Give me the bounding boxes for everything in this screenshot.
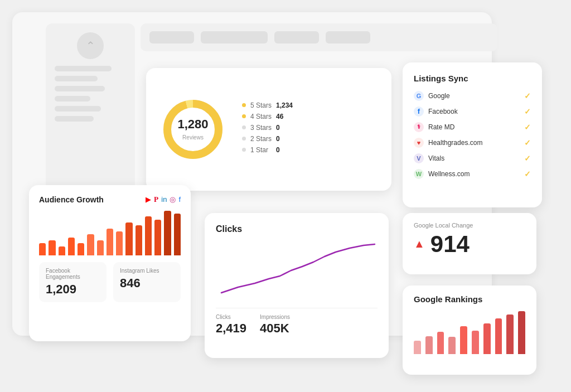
google-change-card: Google Local Change ▲ 914 (403, 213, 536, 274)
r-bar-2 (425, 336, 433, 354)
main-container: ⌃ 1,280 Reviews (12, 12, 559, 380)
facebook-social-icon: f (178, 195, 181, 204)
triangle-up-icon: ▲ (414, 238, 425, 250)
rankings-bar-chart (414, 309, 525, 354)
star-row-4: 4 Stars 46 (242, 113, 378, 120)
reviews-card: 1,280 Reviews 5 Stars 1,234 4 Stars 46 3… (146, 68, 391, 191)
clicks-title: Clicks (216, 224, 378, 234)
instagram-likes-box: Instagram Likes 846 (113, 262, 181, 302)
audience-bar-chart (39, 211, 181, 255)
bar-11 (136, 225, 142, 255)
clicks-stat-clicks-value: 2,419 (216, 321, 246, 336)
bar-2 (49, 240, 55, 255)
label-3stars: 3 Stars (250, 124, 272, 132)
healthgrades-icon: ♥ (414, 138, 424, 148)
dot-3stars (242, 125, 246, 129)
r-bar-8 (495, 318, 502, 354)
linkedin-icon: in (161, 195, 167, 204)
instagram-icon: ◎ (170, 195, 176, 204)
bar-12 (145, 216, 152, 255)
youtube-icon: ▶ (146, 195, 151, 204)
sidebar-line-4 (55, 96, 90, 101)
listing-name-wellness: Wellness.com (428, 170, 470, 178)
dot-4stars (242, 114, 246, 118)
r-bar-3 (437, 332, 444, 354)
clicks-stats: Clicks 2,419 Impressions 405K (216, 308, 378, 336)
nav-pill-2 (201, 31, 268, 43)
star-row-2: 2 Stars 0 (242, 135, 378, 143)
instagram-likes-label: Instagram Likes (120, 268, 174, 274)
facebook-engagements-label: Facebook Engagements (46, 268, 100, 280)
r-bar-5 (460, 326, 467, 354)
vitals-icon: V (414, 153, 424, 163)
value-1star: 0 (276, 146, 289, 154)
audience-header: Audience Growth ▶ 𝐏 in ◎ f (39, 195, 181, 204)
value-2stars: 0 (276, 135, 289, 143)
pinterest-icon: 𝐏 (154, 195, 158, 204)
change-value-row: ▲ 914 (414, 231, 525, 258)
donut-center: 1,280 Reviews (177, 117, 208, 142)
label-2stars: 2 Stars (250, 135, 272, 143)
check-ratemd: ✓ (524, 123, 531, 132)
r-bar-1 (414, 341, 421, 354)
label-5stars: 5 Stars (250, 101, 272, 109)
bar-4 (68, 238, 75, 255)
value-5stars: 1,234 (276, 101, 293, 109)
listing-row-google: G Google ✓ (414, 91, 531, 101)
listing-row-vitals: V Vitals ✓ (414, 153, 531, 163)
bar-8 (107, 229, 113, 255)
check-vitals: ✓ (524, 154, 531, 163)
google-icon: G (414, 91, 424, 101)
bar-15 (174, 214, 181, 255)
value-3stars: 0 (276, 124, 289, 132)
dot-1star (242, 148, 246, 152)
reviews-label: Reviews (182, 134, 204, 141)
audience-title: Audience Growth (39, 195, 104, 204)
check-healthgrades: ✓ (524, 138, 531, 147)
sidebar-line-3 (55, 86, 105, 91)
clicks-stat-impressions-value: 405K (260, 321, 290, 336)
listing-name-vitals: Vitals (428, 154, 444, 162)
line-chart (216, 240, 378, 301)
star-row-1: 1 Star 0 (242, 146, 378, 154)
donut-chart: 1,280 Reviews (159, 96, 226, 163)
google-rankings-card: Google Rankings (403, 285, 536, 375)
rankings-title: Google Rankings (414, 294, 525, 304)
check-wellness: ✓ (524, 170, 531, 178)
google-change-label: Google Local Change (414, 222, 525, 229)
listings-title: Listings Sync (414, 74, 531, 83)
bar-3 (59, 246, 65, 255)
instagram-likes-value: 846 (120, 276, 174, 291)
bar-13 (154, 220, 161, 255)
facebook-engagements-box: Facebook Engagements 1,209 (39, 262, 107, 302)
label-4stars: 4 Stars (250, 113, 272, 120)
bar-7 (97, 240, 104, 255)
check-facebook: ✓ (524, 107, 531, 116)
facebook-icon: f (414, 107, 424, 117)
r-bar-9 (506, 314, 514, 354)
clicks-stat-clicks-label: Clicks (216, 314, 246, 320)
audience-growth-card: Audience Growth ▶ 𝐏 in ◎ f (29, 185, 191, 341)
reviews-total: 1,280 (177, 117, 208, 132)
listing-name-ratemd: Rate MD (428, 123, 454, 131)
facebook-engagements-value: 1,209 (46, 282, 100, 297)
listing-name-google: Google (428, 92, 450, 100)
nav-pill-1 (149, 31, 194, 43)
sidebar-line-2 (55, 76, 98, 81)
stats-row: Facebook Engagements 1,209 Instagram Lik… (39, 262, 181, 302)
bar-6 (87, 234, 94, 255)
sidebar-line-5 (55, 106, 101, 112)
sidebar-line-1 (55, 66, 112, 71)
wellness-icon: W (414, 169, 424, 179)
r-bar-7 (483, 323, 491, 354)
arrow-icon: ⌃ (86, 39, 95, 52)
r-bar-10 (518, 311, 525, 354)
listing-row-wellness: W Wellness.com ✓ (414, 169, 531, 179)
nav-pill-3 (274, 31, 319, 43)
google-change-value: 914 (430, 231, 470, 258)
listing-row-healthgrades: ♥ Healthgrades.com ✓ (414, 138, 531, 148)
listing-name-healthgrades: Healthgrades.com (428, 139, 482, 147)
listing-row-ratemd: ⚕ Rate MD ✓ (414, 122, 531, 132)
top-nav-mock (141, 23, 497, 51)
bar-10 (125, 222, 132, 255)
